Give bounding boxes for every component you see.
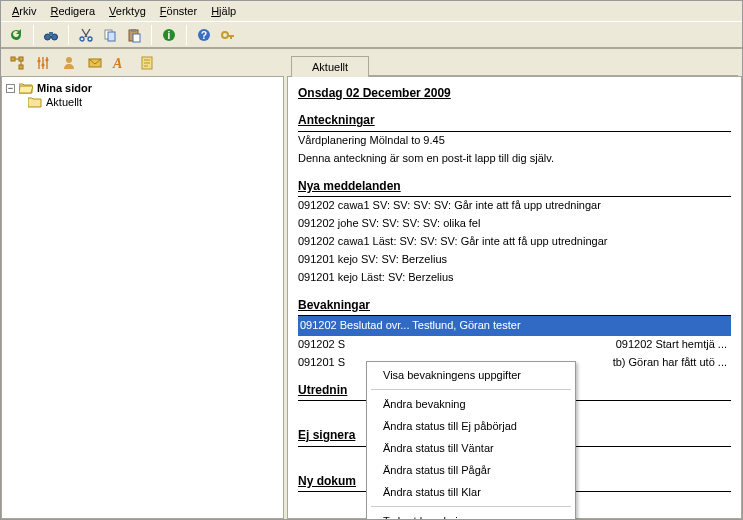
section-anteckningar: Anteckningar xyxy=(298,112,731,131)
menu-arkiv[interactable]: Arkiv xyxy=(5,3,43,19)
note-line: Vårdplanering Mölndal to 9.45 xyxy=(298,132,731,150)
nav-tree: − Mina sidor Aktuellt xyxy=(1,77,284,519)
ctx-status-ej-paborjad[interactable]: Ändra status till Ej påbörjad xyxy=(369,415,573,437)
separator xyxy=(186,25,187,45)
ctx-status-klar[interactable]: Ändra status till Klar xyxy=(369,481,573,503)
copy-icon[interactable] xyxy=(99,24,121,46)
paste-icon[interactable] xyxy=(123,24,145,46)
note-line: Denna anteckning är som en post-it lapp … xyxy=(298,150,731,168)
folder-icon xyxy=(28,96,42,108)
ctx-status-pagar[interactable]: Ändra status till Pågår xyxy=(369,459,573,481)
svg-rect-9 xyxy=(133,34,140,42)
bevakning-row-right: tb) Göran har fått utö ... xyxy=(613,355,727,371)
separator xyxy=(33,25,34,45)
separator xyxy=(151,25,152,45)
note-icon[interactable] xyxy=(136,52,158,74)
main-toolbar: i ? xyxy=(1,21,742,49)
svg-rect-15 xyxy=(11,57,15,61)
bevakning-row[interactable]: 091202 S 091202 Start hemtjä ... xyxy=(298,336,731,354)
svg-point-4 xyxy=(88,37,92,41)
context-menu: Visa bevakningens uppgifter Ändra bevakn… xyxy=(366,361,576,520)
folder-open-icon xyxy=(19,82,33,94)
tree-item-aktuellt[interactable]: Aktuellt xyxy=(26,95,281,109)
left-pane: A − Mina sidor Aktuellt xyxy=(1,49,287,519)
svg-text:i: i xyxy=(168,30,171,41)
menu-fonster[interactable]: Fönster xyxy=(153,3,204,19)
svg-point-18 xyxy=(37,59,40,62)
menu-verktyg-label: erktyg xyxy=(116,5,146,17)
bevakning-row-right: 091202 Start hemtjä ... xyxy=(616,337,727,353)
tab-aktuellt-label: Aktuellt xyxy=(312,61,348,73)
bevakning-row-selected[interactable]: 091202 Beslutad ovr... Testlund, Göran t… xyxy=(298,316,731,336)
left-toolbar: A xyxy=(1,49,284,77)
tree-root-label: Mina sidor xyxy=(37,82,92,94)
menu-redigera[interactable]: Redigera xyxy=(43,3,102,19)
svg-text:A: A xyxy=(112,56,122,71)
menu-verktyg[interactable]: Verktyg xyxy=(102,3,153,19)
cut-icon[interactable] xyxy=(75,24,97,46)
tab-bar: Aktuellt xyxy=(287,49,742,77)
tree-item-aktuellt-label: Aktuellt xyxy=(46,96,82,108)
message-row[interactable]: 091202 cawa1 Läst: SV: SV: SV: Går inte … xyxy=(298,233,731,251)
tab-aktuellt[interactable]: Aktuellt xyxy=(291,56,369,77)
svg-point-20 xyxy=(45,58,48,61)
binoculars-icon[interactable] xyxy=(40,24,62,46)
svg-text:?: ? xyxy=(201,30,207,41)
svg-point-21 xyxy=(66,57,72,63)
tree-root-mina-sidor[interactable]: − Mina sidor xyxy=(4,81,281,95)
svg-rect-6 xyxy=(108,32,115,41)
menu-hjalp[interactable]: Hjälp xyxy=(204,3,243,19)
bevakning-row-left: 091202 S xyxy=(298,337,345,353)
ctx-status-vantar[interactable]: Ändra status till Väntar xyxy=(369,437,573,459)
message-row[interactable]: 091202 cawa1 SV: SV: SV: SV: Går inte at… xyxy=(298,197,731,215)
tree-icon[interactable] xyxy=(6,52,28,74)
section-nya-meddelanden: Nya meddelanden xyxy=(298,178,731,197)
help-icon[interactable]: ? xyxy=(193,24,215,46)
info-icon[interactable]: i xyxy=(158,24,180,46)
sliders-icon[interactable] xyxy=(32,52,54,74)
message-row[interactable]: 091201 kejo Läst: SV: Berzelius xyxy=(298,269,731,287)
separator xyxy=(68,25,69,45)
ctx-visa-uppgifter[interactable]: Visa bevakningens uppgifter xyxy=(369,364,573,386)
svg-rect-8 xyxy=(131,29,136,32)
collapse-icon[interactable]: − xyxy=(6,84,15,93)
menu-bar: Arkiv Redigera Verktyg Fönster Hjälp xyxy=(1,1,742,21)
ctx-ta-bort[interactable]: Ta bort bevakning xyxy=(369,510,573,520)
separator xyxy=(371,506,571,507)
message-row[interactable]: 091201 kejo SV: SV: Berzelius xyxy=(298,251,731,269)
svg-rect-2 xyxy=(49,32,53,35)
separator xyxy=(371,389,571,390)
menu-redigera-label: edigera xyxy=(58,5,95,17)
section-bevakningar: Bevakningar xyxy=(298,297,731,316)
bevakning-row-left: 091201 S xyxy=(298,355,345,371)
mail-icon[interactable] xyxy=(84,52,106,74)
menu-hjalp-label: jälp xyxy=(219,5,236,17)
svg-point-19 xyxy=(41,63,44,66)
menu-arkiv-label: rkiv xyxy=(19,5,36,17)
menu-fonster-label: önster xyxy=(167,5,198,17)
ctx-andra-bevakning[interactable]: Ändra bevakning xyxy=(369,393,573,415)
person-icon[interactable] xyxy=(58,52,80,74)
message-row[interactable]: 091202 johe SV: SV: SV: SV: olika fel xyxy=(298,215,731,233)
font-icon[interactable]: A xyxy=(110,52,132,74)
page-title: Onsdag 02 December 2009 xyxy=(298,85,731,102)
svg-rect-17 xyxy=(19,65,23,69)
svg-point-3 xyxy=(80,37,84,41)
svg-rect-16 xyxy=(19,57,23,61)
key-icon[interactable] xyxy=(217,24,239,46)
refresh-icon[interactable] xyxy=(5,24,27,46)
